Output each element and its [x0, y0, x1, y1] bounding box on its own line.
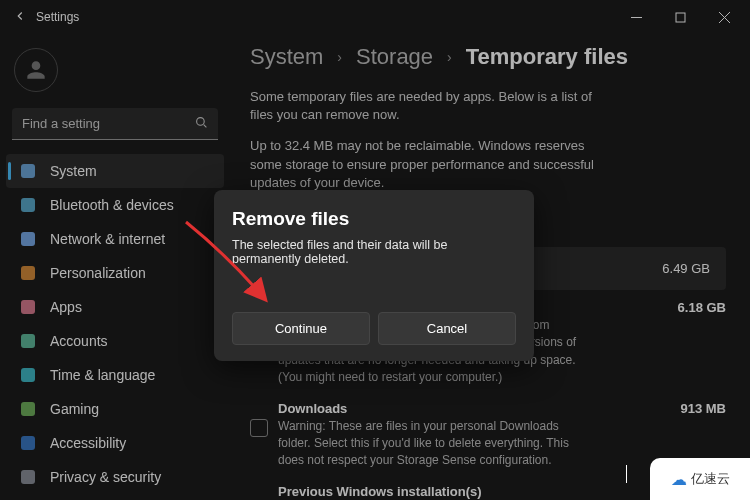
sidebar-item-apps[interactable]: Apps [6, 290, 224, 324]
file-title: Downloads [278, 401, 347, 416]
system-icon [20, 163, 36, 179]
sidebar-item-network-internet[interactable]: Network & internet [6, 222, 224, 256]
app-title: Settings [36, 10, 79, 24]
time-language-icon [20, 367, 36, 383]
continue-button[interactable]: Continue [232, 312, 370, 345]
breadcrumb: System › Storage › Temporary files [250, 44, 726, 70]
sidebar-item-label: Apps [50, 299, 82, 315]
intro-text-1: Some temporary files are needed by apps.… [250, 88, 600, 124]
sidebar-item-personalization[interactable]: Personalization [6, 256, 224, 290]
text-caret [626, 465, 627, 483]
privacy-security-icon [20, 469, 36, 485]
svg-point-1 [197, 118, 205, 126]
total-selected-size: 6.49 GB [662, 261, 710, 276]
accessibility-icon [20, 435, 36, 451]
nav-list: SystemBluetooth & devicesNetwork & inter… [6, 154, 224, 500]
close-button[interactable] [702, 2, 746, 32]
search-input[interactable] [12, 108, 218, 140]
apps-icon [20, 299, 36, 315]
sidebar-item-accessibility[interactable]: Accessibility [6, 426, 224, 460]
intro-text-2: Up to 32.4 MB may not be reclaimable. Wi… [250, 137, 610, 192]
cancel-button[interactable]: Cancel [378, 312, 516, 345]
personalization-icon [20, 265, 36, 281]
svg-rect-0 [676, 13, 685, 22]
sidebar-item-label: Gaming [50, 401, 99, 417]
sidebar-item-bluetooth-devices[interactable]: Bluetooth & devices [6, 188, 224, 222]
file-title: Previous Windows installation(s) [278, 484, 482, 499]
sidebar-item-gaming[interactable]: Gaming [6, 392, 224, 426]
file-size: 6.18 GB [678, 300, 726, 315]
checkbox-downloads[interactable] [250, 419, 268, 437]
sidebar-item-system[interactable]: System [6, 154, 224, 188]
dialog-body: The selected files and their data will b… [232, 238, 516, 266]
titlebar: Settings [0, 0, 750, 34]
dialog-title: Remove files [232, 208, 516, 230]
crumb-system[interactable]: System [250, 44, 323, 70]
sidebar-item-label: System [50, 163, 97, 179]
chevron-right-icon: › [447, 49, 452, 65]
watermark: ☁ 亿速云 [650, 458, 750, 500]
crumb-temporary-files: Temporary files [466, 44, 628, 70]
gaming-icon [20, 401, 36, 417]
sidebar-item-label: Accessibility [50, 435, 126, 451]
sidebar-item-label: Accounts [50, 333, 108, 349]
sidebar-item-label: Bluetooth & devices [50, 197, 174, 213]
minimize-button[interactable] [614, 2, 658, 32]
sidebar-item-label: Personalization [50, 265, 146, 281]
sidebar-item-label: Time & language [50, 367, 155, 383]
sidebar-item-label: Network & internet [50, 231, 165, 247]
bluetooth-devices-icon [20, 197, 36, 213]
search-icon [195, 116, 208, 132]
crumb-storage[interactable]: Storage [356, 44, 433, 70]
maximize-button[interactable] [658, 2, 702, 32]
file-desc: Warning: These are files in your persona… [278, 418, 588, 470]
cloud-icon: ☁ [671, 470, 687, 489]
back-button[interactable] [4, 9, 36, 26]
remove-files-dialog: Remove files The selected files and thei… [214, 190, 534, 361]
file-size: 913 MB [680, 401, 726, 416]
sidebar-item-privacy-security[interactable]: Privacy & security [6, 460, 224, 494]
chevron-right-icon: › [337, 49, 342, 65]
sidebar-item-accounts[interactable]: Accounts [6, 324, 224, 358]
sidebar-item-time-language[interactable]: Time & language [6, 358, 224, 392]
sidebar-item-windows-update[interactable]: Windows Update [6, 494, 224, 500]
sidebar: SystemBluetooth & devicesNetwork & inter… [0, 34, 230, 500]
accounts-icon [20, 333, 36, 349]
avatar[interactable] [14, 48, 58, 92]
sidebar-item-label: Privacy & security [50, 469, 161, 485]
network-internet-icon [20, 231, 36, 247]
